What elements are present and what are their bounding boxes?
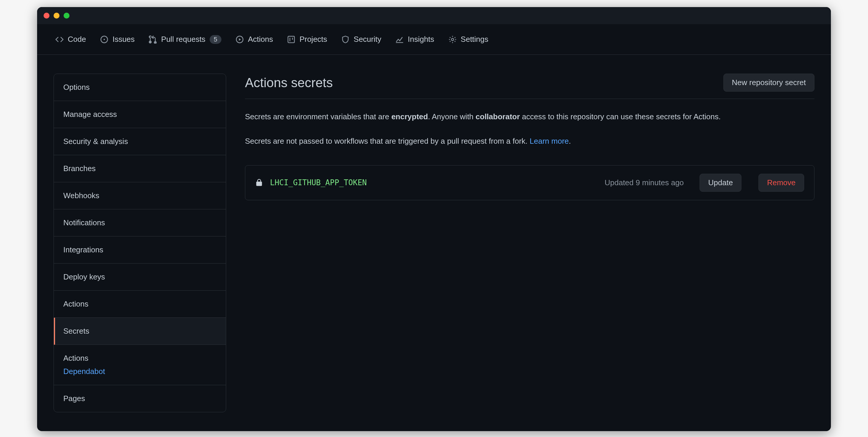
settings-sidebar: Options Manage access Security & analysi… — [54, 73, 226, 412]
repo-tabs: Code Issues Pull requests 5 Actions Proj… — [37, 24, 831, 55]
tab-projects[interactable]: Projects — [281, 31, 333, 48]
update-secret-button[interactable]: Update — [700, 174, 741, 192]
gear-icon — [448, 35, 457, 43]
tab-settings[interactable]: Settings — [442, 31, 494, 48]
sidebar-item-security-analysis[interactable]: Security & analysis — [54, 128, 226, 155]
learn-more-link[interactable]: Learn more — [530, 137, 569, 146]
tab-label: Projects — [300, 35, 327, 44]
tab-code[interactable]: Code — [50, 31, 92, 48]
main-content: Actions secrets New repository secret Se… — [245, 73, 814, 412]
new-repository-secret-button[interactable]: New repository secret — [723, 73, 814, 92]
tab-label: Issues — [113, 35, 134, 44]
close-window-button[interactable] — [43, 13, 50, 19]
shield-icon — [341, 35, 349, 43]
remove-secret-button[interactable]: Remove — [758, 174, 804, 192]
minimize-window-button[interactable] — [54, 13, 60, 19]
tab-label: Insights — [408, 35, 434, 44]
code-icon — [55, 35, 64, 43]
sidebar-item-pages[interactable]: Pages — [54, 385, 226, 412]
tab-label: Pull requests — [161, 35, 205, 44]
sidebar-item-manage-access[interactable]: Manage access — [54, 101, 226, 128]
tab-label: Code — [68, 35, 86, 44]
play-icon — [236, 35, 244, 43]
tab-insights[interactable]: Insights — [390, 31, 440, 48]
sidebar-secrets-subsection: Actions Dependabot — [54, 345, 226, 385]
sidebar-sub-dependabot[interactable]: Dependabot — [63, 367, 216, 382]
graph-icon — [396, 35, 404, 43]
sidebar-item-actions[interactable]: Actions — [54, 291, 226, 318]
app-window: Code Issues Pull requests 5 Actions Proj… — [37, 7, 831, 431]
sidebar-sub-actions[interactable]: Actions — [63, 354, 216, 363]
svg-point-1 — [104, 38, 105, 40]
sidebar-item-notifications[interactable]: Notifications — [54, 209, 226, 237]
titlebar — [37, 7, 831, 24]
sidebar-item-secrets[interactable]: Secrets — [54, 318, 226, 345]
git-pr-icon — [149, 35, 157, 43]
svg-rect-3 — [288, 36, 294, 43]
secret-updated-time: Updated 9 minutes ago — [604, 178, 684, 187]
svg-point-6 — [452, 38, 454, 41]
lock-icon — [255, 178, 263, 187]
secret-name: LHCI_GITHUB_APP_TOKEN — [270, 178, 367, 187]
sidebar-item-branches[interactable]: Branches — [54, 155, 226, 182]
tab-actions[interactable]: Actions — [230, 31, 279, 48]
sidebar-item-deploy-keys[interactable]: Deploy keys — [54, 263, 226, 291]
tab-label: Security — [353, 35, 381, 44]
tab-issues[interactable]: Issues — [94, 31, 141, 48]
secret-row: LHCI_GITHUB_APP_TOKEN Updated 9 minutes … — [245, 165, 814, 200]
tab-label: Settings — [461, 35, 489, 44]
sidebar-item-integrations[interactable]: Integrations — [54, 237, 226, 263]
issue-icon — [100, 35, 108, 43]
maximize-window-button[interactable] — [64, 13, 69, 19]
tab-pull-requests[interactable]: Pull requests 5 — [143, 31, 227, 48]
secrets-description: Secrets are environment variables that a… — [245, 111, 814, 148]
project-icon — [287, 35, 295, 43]
tab-security[interactable]: Security — [335, 31, 387, 48]
page-title: Actions secrets — [245, 75, 333, 90]
sidebar-item-webhooks[interactable]: Webhooks — [54, 182, 226, 209]
main-header: Actions secrets New repository secret — [245, 73, 814, 99]
tab-label: Actions — [248, 35, 273, 44]
sidebar-item-options[interactable]: Options — [54, 74, 226, 101]
pull-requests-count: 5 — [210, 35, 221, 44]
